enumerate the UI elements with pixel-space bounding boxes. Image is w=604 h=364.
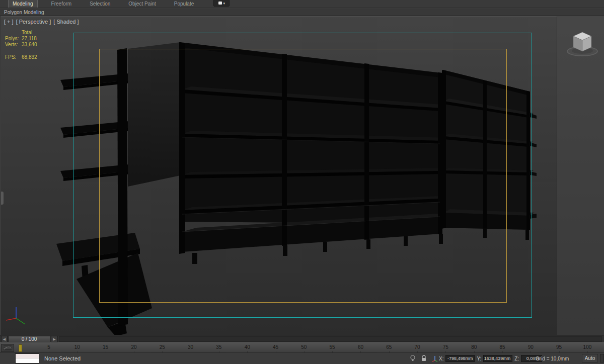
tab-populate[interactable]: Populate [170, 0, 198, 8]
viewport-statistics: Total Polys: 27,118 Verts: 33,640 FPS: 6… [5, 30, 37, 60]
auto-key-button[interactable]: Auto [582, 354, 598, 362]
ruler-tick: 95 [554, 344, 565, 351]
ruler-tick: 55 [327, 344, 338, 351]
stats-polys-value: 27,118 [22, 36, 37, 42]
ruler-tick: 40 [242, 344, 253, 351]
y-coordinate-field[interactable]: -1638,439mm [483, 355, 512, 362]
previous-frame-button[interactable]: ◀ [1, 336, 8, 342]
viewport-label: [ + ] [ Perspective ] [ Shaded ] [4, 19, 79, 25]
ruler-tick: 80 [469, 344, 480, 351]
ruler-tick: 15 [100, 344, 111, 351]
shelf-model[interactable] [1, 17, 557, 335]
ruler-tick: 100 [582, 344, 593, 351]
ruler-tick: 10 [71, 344, 83, 351]
viewport-pov-menu[interactable]: [ Perspective ] [16, 19, 51, 25]
ribbon-config-icon [218, 2, 222, 5]
viewport-general-menu[interactable]: [ + ] [4, 19, 14, 25]
ruler-tick: 35 [213, 344, 224, 351]
end-post [117, 48, 128, 326]
ruler-tick: 60 [355, 344, 366, 351]
status-toggle-icons [409, 354, 439, 362]
stats-verts-row: Verts: 33,640 [5, 42, 37, 48]
3dsmax-window: Modeling Freeform Selection Object Paint… [0, 0, 604, 364]
curve-editor-icon [4, 345, 12, 350]
track-bar[interactable]: 5101520253035404550556065707580859095100 [0, 342, 604, 352]
ribbon-panel-bar: Polygon Modeling [0, 9, 604, 16]
stats-fps-value: 68,832 [22, 54, 37, 60]
chevron-down-icon: ▾ [223, 2, 225, 5]
ribbon-tab-bar: Modeling Freeform Selection Object Paint… [0, 0, 604, 8]
selection-lock-icon[interactable] [420, 354, 428, 362]
world-axis-icon [3, 303, 28, 328]
x-label: X: [439, 356, 443, 361]
time-slider[interactable]: ◀ 0 / 100 ▶ [0, 335, 604, 342]
tab-object-paint[interactable]: Object Paint [124, 0, 160, 8]
right-gondola [442, 70, 537, 230]
maxscript-mini-listener[interactable] [15, 353, 39, 363]
tab-freeform[interactable]: Freeform [47, 0, 77, 8]
ruler-tick: 50 [298, 344, 310, 351]
ruler-tick: 75 [440, 344, 451, 351]
selection-status: None Selected [44, 353, 81, 364]
stats-total-label: Total [22, 30, 32, 36]
ruler-tick: 65 [384, 344, 395, 351]
transform-gizmo-icon[interactable] [431, 354, 439, 362]
timeline-ruler-ticks: 5101520253035404550556065707580859095100 [43, 344, 593, 351]
listener-macro-pane[interactable] [16, 354, 39, 358]
viewport-layout-tab[interactable] [1, 192, 4, 205]
ruler-tick: 30 [185, 344, 196, 351]
stats-polys-label: Polys: [5, 36, 22, 42]
current-frame-marker [19, 344, 22, 352]
end-back-panel [128, 42, 180, 187]
stats-fps-row: FPS: 68,832 [5, 54, 37, 60]
x-coordinate-field[interactable]: -798,498mm [445, 355, 475, 362]
bulb-icon[interactable] [409, 354, 417, 362]
ruler-tick: 85 [497, 344, 508, 351]
ribbon-config-button[interactable]: ▾ [213, 0, 230, 7]
time-slider-handle[interactable]: 0 / 100 [8, 336, 50, 342]
ruler-tick: 5 [43, 344, 54, 351]
stats-fps-label: FPS: [5, 54, 22, 60]
clipped-edge-button[interactable] [600, 354, 604, 362]
viewcube[interactable] [563, 22, 601, 64]
stats-polys-row: Polys: 27,118 [5, 36, 37, 42]
next-frame-button[interactable]: ▶ [51, 336, 58, 342]
ruler-tick: 70 [412, 344, 423, 351]
perspective-viewport[interactable]: [ + ] [ Perspective ] [ Shaded ] Total P… [1, 16, 557, 335]
ruler-tick: 45 [270, 344, 281, 351]
tab-modeling[interactable]: Modeling [8, 0, 38, 8]
viewport-shading-menu[interactable]: [ Shaded ] [53, 19, 79, 25]
grid-size-label: Grid = 10,0mm [536, 353, 569, 364]
stats-verts-label: Verts: [5, 42, 22, 48]
ruler-tick: 90 [525, 344, 536, 351]
ruler-tick: 20 [128, 344, 139, 351]
tab-selection[interactable]: Selection [85, 0, 115, 8]
status-bar: None Selected [0, 352, 604, 364]
panel-polygon-modeling[interactable]: Polygon Modeling [0, 10, 44, 15]
time-slider-track[interactable] [59, 336, 602, 342]
coordinate-display: X: -798,498mm Y: -1638,439mm Z: 0,0mm [439, 353, 542, 364]
right-panel-strip [557, 16, 604, 335]
stats-verts-value: 33,640 [22, 42, 37, 48]
z-label: Z: [514, 356, 519, 361]
main-run [179, 42, 454, 254]
mini-curve-editor-button[interactable] [1, 344, 14, 352]
ruler-tick: 25 [157, 344, 168, 351]
y-label: Y: [477, 356, 481, 361]
stats-total-row: Total [5, 30, 37, 36]
